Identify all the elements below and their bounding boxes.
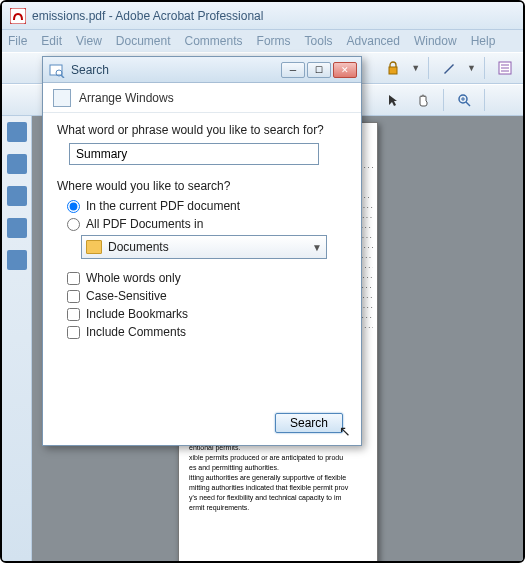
checkbox-whole-words-label: Whole words only <box>86 271 181 285</box>
arrange-windows-row[interactable]: Arrange Windows <box>43 83 361 113</box>
forms-button[interactable] <box>493 56 517 80</box>
where-prompt-label: Where would you like to search? <box>57 179 347 193</box>
search-body: What word or phrase would you like to se… <box>43 113 361 445</box>
toolbar-divider <box>484 89 485 111</box>
main-titlebar: emissions.pdf - Adobe Acrobat Profession… <box>2 2 523 30</box>
menu-window[interactable]: Window <box>414 34 457 48</box>
chevron-down-icon: ▼ <box>312 242 322 253</box>
marquee-zoom-tool[interactable] <box>452 88 476 112</box>
body-line: es and permitting authorities. <box>189 463 373 473</box>
panel-button[interactable] <box>7 186 27 206</box>
search-prompt-label: What word or phrase would you like to se… <box>57 123 347 137</box>
toolbar-divider <box>484 57 485 79</box>
body-line: itting authorities are generally support… <box>189 473 373 483</box>
toolbar-button[interactable] <box>493 88 517 112</box>
search-dialog-title: Search <box>71 63 281 77</box>
location-combobox[interactable]: Documents ▼ <box>81 235 327 259</box>
menu-edit[interactable]: Edit <box>41 34 62 48</box>
dropdown-arrow-icon[interactable]: ▼ <box>467 63 476 73</box>
menubar: File Edit View Document Comments Forms T… <box>2 30 523 52</box>
bookmarks-panel-button[interactable] <box>7 154 27 174</box>
main-window-title: emissions.pdf - Adobe Acrobat Profession… <box>32 9 263 23</box>
checkbox-bookmarks-label: Include Bookmarks <box>86 307 188 321</box>
toolbar-divider <box>443 89 444 111</box>
svg-line-7 <box>466 102 470 106</box>
panel-button[interactable] <box>7 218 27 238</box>
radio-all-label: All PDF Documents in <box>86 217 203 231</box>
folder-icon <box>86 240 102 254</box>
checkbox-whole-words[interactable]: Whole words only <box>67 271 347 285</box>
body-line: mitting authorities indicated that flexi… <box>189 483 373 493</box>
checkbox-bookmarks-input[interactable] <box>67 308 80 321</box>
checkbox-include-comments[interactable]: Include Comments <box>67 325 347 339</box>
dropdown-arrow-icon[interactable]: ▼ <box>411 63 420 73</box>
radio-all-input[interactable] <box>67 218 80 231</box>
checkbox-case-sensitive[interactable]: Case-Sensitive <box>67 289 347 303</box>
menu-file[interactable]: File <box>8 34 27 48</box>
svg-rect-1 <box>389 67 397 74</box>
menu-comments[interactable]: Comments <box>185 34 243 48</box>
minimize-button[interactable]: ─ <box>281 62 305 78</box>
checkbox-whole-words-input[interactable] <box>67 272 80 285</box>
acrobat-app-icon <box>10 8 26 24</box>
search-titlebar[interactable]: Search ─ ☐ ✕ <box>43 57 361 83</box>
search-input[interactable] <box>69 143 319 165</box>
pages-panel-button[interactable] <box>7 122 27 142</box>
search-window-icon <box>49 62 65 78</box>
hand-tool[interactable] <box>411 88 435 112</box>
acrobat-main-window: emissions.pdf - Adobe Acrobat Profession… <box>2 2 523 561</box>
sign-dropdown[interactable] <box>437 56 461 80</box>
body-line: ermit requirements. <box>189 503 373 513</box>
menu-forms[interactable]: Forms <box>257 34 291 48</box>
checkbox-include-bookmarks[interactable]: Include Bookmarks <box>67 307 347 321</box>
menu-document[interactable]: Document <box>116 34 171 48</box>
svg-rect-0 <box>10 8 26 24</box>
arrange-windows-label: Arrange Windows <box>79 91 174 105</box>
close-button[interactable]: ✕ <box>333 62 357 78</box>
checkbox-case-label: Case-Sensitive <box>86 289 167 303</box>
body-line: xible permits produced or are anticipate… <box>189 453 373 463</box>
radio-current-document[interactable]: In the current PDF document <box>67 199 347 213</box>
checkbox-comments-input[interactable] <box>67 326 80 339</box>
radio-current-label: In the current PDF document <box>86 199 240 213</box>
radio-current-input[interactable] <box>67 200 80 213</box>
menu-advanced[interactable]: Advanced <box>347 34 400 48</box>
toolbar-button[interactable] <box>8 56 32 80</box>
arrange-windows-icon <box>53 89 71 107</box>
toolbar-button[interactable] <box>8 88 32 112</box>
radio-all-documents[interactable]: All PDF Documents in <box>67 217 347 231</box>
body-line: y's need for flexibility and technical c… <box>189 493 373 503</box>
menu-help[interactable]: Help <box>471 34 496 48</box>
search-dialog: Search ─ ☐ ✕ Arrange Windows What word o… <box>42 56 362 446</box>
toolbar-divider <box>428 57 429 79</box>
combo-value: Documents <box>108 240 169 254</box>
secure-dropdown[interactable] <box>381 56 405 80</box>
menu-tools[interactable]: Tools <box>305 34 333 48</box>
menu-view[interactable]: View <box>76 34 102 48</box>
select-tool[interactable] <box>381 88 405 112</box>
checkbox-comments-label: Include Comments <box>86 325 186 339</box>
svg-line-12 <box>61 75 64 78</box>
panel-button[interactable] <box>7 250 27 270</box>
maximize-button[interactable]: ☐ <box>307 62 331 78</box>
search-button[interactable]: Search <box>275 413 343 433</box>
navigation-pane <box>2 116 32 561</box>
checkbox-case-input[interactable] <box>67 290 80 303</box>
